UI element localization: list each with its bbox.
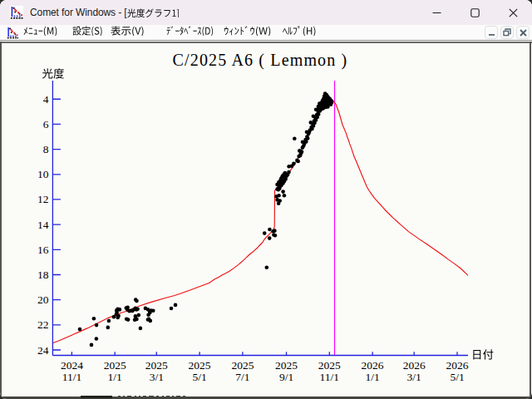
observation-point [170, 307, 174, 311]
menu-item-label [166, 26, 214, 36]
statusbar-mark [123, 396, 125, 397]
window-title: Comet for Windows - [ [30, 7, 180, 18]
observation-point [107, 319, 111, 323]
statusbar-mark [139, 396, 140, 397]
window-controls [417, 0, 532, 25]
observation-point [323, 101, 328, 105]
menu-item-m[interactable] [18, 25, 62, 39]
menu-item-v[interactable] [106, 25, 150, 39]
statusbar-marks [118, 396, 185, 397]
menu-item-d[interactable] [161, 25, 219, 39]
statusbar-mark [162, 396, 164, 397]
child-close-icon [520, 29, 527, 37]
y-tick-label: 8 [43, 143, 49, 155]
x-axis-label [473, 349, 493, 359]
observation-point [309, 121, 313, 125]
observation-point [263, 231, 267, 235]
statusbar-mark [172, 396, 174, 397]
x-tick-label-date: 1/1 [108, 371, 122, 383]
observation-point [312, 115, 316, 119]
observation-point [126, 318, 131, 322]
statusbar-mark [127, 396, 131, 397]
title-bar: Comet for Windows - [ [0, 0, 532, 25]
child-minimize-icon [488, 29, 495, 37]
menu-item-label [283, 26, 317, 36]
y-tick-label: 18 [37, 268, 49, 281]
x-tick-label-date: 11/1 [62, 371, 82, 383]
close-button[interactable] [494, 0, 532, 25]
observation-point [281, 190, 285, 194]
x-tick-label-year: 2026 [446, 359, 469, 372]
observation-point [139, 327, 143, 331]
observation-point [268, 228, 272, 232]
child-restore-button[interactable] [500, 26, 514, 39]
statusbar-mark [143, 396, 146, 397]
client-frame-right [530, 42, 531, 399]
x-tick-label-year: 2025 [145, 359, 168, 372]
observation-point [135, 307, 140, 311]
menu-item-s[interactable] [67, 25, 108, 39]
observation-point [137, 313, 141, 318]
observation-point [92, 317, 96, 321]
observation-point [306, 136, 310, 140]
y-tick-label: 4 [43, 93, 49, 106]
menu-item-h[interactable] [278, 25, 322, 39]
y-tick-label: 16 [37, 244, 49, 256]
chart-title: C/2025 A6 ( Lemmon ) [173, 51, 348, 70]
client-frame-top [0, 42, 532, 43]
x-tick-label-year: 2025 [275, 359, 298, 372]
observation-point [151, 309, 155, 313]
observation-point [329, 103, 333, 107]
statusbar-mark [183, 396, 185, 397]
observation-point [302, 144, 306, 148]
light-curve-chart: 4681012141618202224202411/120251/120253/… [0, 0, 532, 399]
x-tick-label-date: 11/1 [320, 371, 340, 383]
minimize-icon [432, 8, 441, 17]
observation-point [115, 311, 119, 315]
observation-point [308, 131, 312, 135]
statusbar-mark [176, 396, 180, 397]
y-tick-label: 6 [43, 118, 49, 131]
menu-item-label [72, 26, 103, 36]
x-tick-label-date: 7/1 [235, 371, 249, 383]
close-icon [509, 8, 518, 17]
x-tick-label-year: 2025 [318, 359, 341, 372]
y-tick-label: 14 [37, 219, 49, 231]
child-minimize-button[interactable] [485, 26, 498, 39]
menu-item-w[interactable] [219, 25, 276, 39]
observation-point [78, 328, 82, 332]
x-tick-label-date: 5/1 [450, 371, 464, 383]
minimize-button[interactable] [417, 0, 456, 25]
observation-point [116, 314, 121, 318]
menu-item-label [23, 26, 57, 36]
y-tick-label: 20 [37, 293, 49, 306]
observation-point [298, 154, 303, 158]
x-tick-label-date: 9/1 [279, 371, 293, 383]
app-icon [10, 6, 23, 19]
y-tick-label: 10 [37, 168, 49, 180]
observation-point [317, 112, 321, 116]
statusbar-mark [118, 396, 121, 397]
observation-point [135, 318, 139, 322]
statusbar-mark [149, 396, 154, 397]
observation-point [283, 177, 288, 181]
x-tick-label-year: 2024 [61, 359, 83, 372]
observation-point [304, 140, 308, 144]
x-tick-label-year: 2025 [231, 359, 254, 372]
y-tick-label: 22 [37, 318, 49, 331]
observation-point [146, 318, 150, 322]
observation-point [106, 326, 111, 330]
observation-point [277, 194, 281, 198]
observation-point [292, 162, 296, 166]
x-tick-label-year: 2026 [403, 359, 426, 372]
model-light-curve [53, 97, 468, 343]
observation-point [174, 303, 178, 308]
child-close-button[interactable] [516, 26, 530, 39]
maximize-button[interactable] [456, 0, 494, 25]
x-tick-label-date: 5/1 [192, 371, 206, 383]
observation-point [118, 308, 122, 312]
statusbar-mark [166, 396, 170, 397]
x-tick-label-date: 1/1 [365, 371, 379, 383]
observation-point [273, 229, 277, 233]
observation-point [95, 337, 99, 341]
